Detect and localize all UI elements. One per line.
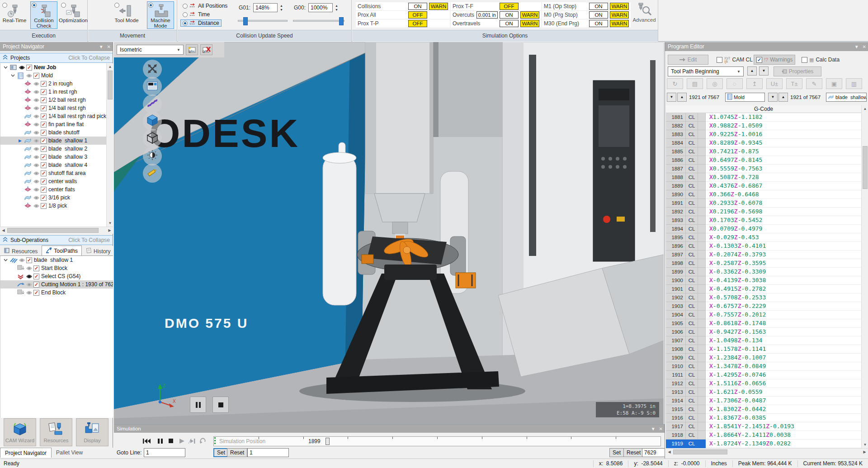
tree-item[interactable]: ✓ center flats	[0, 185, 106, 194]
enabled-checkbox[interactable]: ✓	[41, 154, 47, 160]
enabled-checkbox[interactable]: ✓	[41, 203, 47, 209]
g00-value[interactable]: 1000%	[308, 3, 333, 12]
enabled-checkbox[interactable]: ✓	[41, 89, 47, 95]
enabled-checkbox[interactable]: ✓	[41, 113, 47, 119]
tree-item[interactable]: ✓ 1/2 ball rest rgh	[0, 96, 106, 104]
cus-radio-all-positions[interactable]: All Positions	[180, 2, 230, 9]
find-icon[interactable]: ◌	[726, 78, 743, 89]
gcode-row[interactable]: 1893 CL X0.1703Z-0.5452	[666, 216, 861, 225]
visibility-eye-icon[interactable]	[18, 65, 26, 70]
tree-item[interactable]: ✓ blade shallow 2	[0, 145, 106, 153]
shaded-view-button[interactable]	[143, 112, 162, 131]
tree-item[interactable]: ✓ 2 in rough	[0, 80, 106, 88]
toolpath-selector[interactable]: blade shallow 1	[826, 93, 867, 102]
enabled-checkbox[interactable]: ✓	[41, 105, 47, 111]
gcode-row[interactable]: 1911 CL X-1.4295Z-0.0746	[666, 371, 861, 379]
gcode-row[interactable]: 1886 CL X0.6497Z-0.8145	[666, 156, 861, 165]
fit-view-button[interactable]	[143, 60, 162, 79]
g01-value[interactable]: 148%	[253, 3, 278, 12]
visibility-eye-icon[interactable]	[32, 171, 41, 176]
tab-resources[interactable]: Resources	[0, 246, 42, 255]
tree-item[interactable]: ✓ blade shallow 4	[0, 161, 106, 169]
gcode-row[interactable]: 1892 CL X0.2196Z-0.5698	[666, 208, 861, 216]
radio-button[interactable]	[2, 3, 7, 8]
gcode-row[interactable]: 1884 CL X0.8289Z-0.9345	[666, 139, 861, 147]
gcode-row[interactable]: 1889 CL X0.4376Z-0.6867	[666, 182, 861, 190]
toggle-warn-badge[interactable]: WARN	[610, 20, 629, 27]
enabled-checkbox[interactable]: ✓	[41, 97, 47, 103]
gcode-horizontal-scrollbar[interactable]: ◀▶	[666, 448, 868, 455]
g00-slider[interactable]	[293, 20, 344, 22]
visibility-eye-icon[interactable]	[25, 73, 33, 78]
tree-item[interactable]: ✓ 1 in rest rgh	[0, 88, 106, 96]
move-up-button[interactable]: ▲	[747, 66, 757, 76]
visibility-eye-icon[interactable]	[25, 290, 33, 295]
panel-close-icon[interactable]: ✕	[863, 44, 866, 49]
radio-button[interactable]	[61, 3, 66, 8]
tree-item[interactable]: ✓ Select CS (G54)	[0, 272, 113, 280]
calc-data-checkbox[interactable]: ▦ Calc Data	[802, 55, 840, 65]
visibility-eye-icon[interactable]	[25, 266, 33, 271]
advanced-button[interactable]: Advanced	[632, 2, 657, 29]
visibility-eye-icon[interactable]	[32, 155, 41, 160]
program-prev-button[interactable]: ▼	[667, 93, 676, 102]
visibility-eye-icon[interactable]	[32, 138, 41, 143]
tree-item[interactable]: ✓ blade shallow 1	[0, 256, 113, 264]
delete-view-image-button[interactable]: D	[200, 44, 212, 55]
g00-slider-thumb[interactable]	[339, 17, 344, 25]
gcode-row[interactable]: 1909 CL X-1.2384Z-0.1007	[666, 354, 861, 362]
display-button[interactable]: Display	[76, 418, 108, 446]
gcode-row[interactable]: 1919 CL X-1.8724Y-2.1349Z0.0282	[666, 440, 861, 448]
gcode-row[interactable]: 1897 CL X-0.2074Z-0.3793	[666, 251, 861, 259]
visibility-eye-icon[interactable]	[32, 98, 41, 103]
enabled-checkbox[interactable]: ✓	[41, 146, 47, 152]
measure-button[interactable]	[143, 164, 162, 183]
gcode-row[interactable]: 1901 CL X-0.4915Z-0.2782	[666, 285, 861, 293]
enabled-checkbox[interactable]: ✓	[33, 282, 39, 288]
gcode-row[interactable]: 1913 CL X-1.621Z-0.0559	[666, 388, 861, 397]
gcode-row[interactable]: 1891 CL X0.2933Z-0.6078	[666, 199, 861, 208]
gcode-row[interactable]: 1881 CL X1.0745Z-1.1182	[666, 113, 861, 122]
tree-item[interactable]: ✓ 1/8 pick	[0, 202, 106, 210]
panel-close-icon[interactable]: ✕	[107, 44, 111, 49]
visibility-eye-icon[interactable]	[32, 203, 41, 208]
tab-history[interactable]: History	[82, 246, 114, 255]
program-selector[interactable]: Mold	[725, 93, 765, 102]
radio-button[interactable]	[114, 3, 119, 8]
visibility-eye-icon[interactable]	[32, 81, 41, 86]
gcode-row[interactable]: 1900 CL X-0.4139Z-0.3038	[666, 276, 861, 285]
panel-collapse-icon[interactable]: ▼	[99, 44, 104, 49]
gcode-row[interactable]: 1888 CL X0.5087Z-0.728	[666, 173, 861, 182]
u-adjust-icon[interactable]: U±	[766, 78, 783, 89]
tab-toolpaths[interactable]: ToolPaths	[42, 246, 82, 255]
position-dropdown[interactable]: Tool Path Beginning ▼	[668, 66, 744, 76]
toggle-off-badge[interactable]: OFF	[408, 11, 427, 19]
loop-button[interactable]	[197, 436, 208, 445]
tree-item[interactable]: ✓ fin part line flat	[0, 120, 106, 128]
gcode-row[interactable]: 1903 CL X-0.6757Z-0.2229	[666, 302, 861, 311]
enabled-checkbox[interactable]: ✓	[33, 290, 39, 296]
toggle-warn-badge[interactable]: WARN	[520, 11, 539, 19]
projects-section-header[interactable]: Projects Click To Collapse	[0, 53, 113, 63]
gcode-row[interactable]: 1899 CL X-0.3362Z-0.3309	[666, 268, 861, 276]
enabled-checkbox[interactable]: ✓	[41, 162, 47, 168]
panel-collapse-icon[interactable]: ▼	[651, 426, 656, 431]
tree-item[interactable]: ✓ Start Block	[0, 264, 113, 272]
gcode-row[interactable]: 1890 CL X0.366Z-0.6468	[666, 190, 861, 199]
toggle-on-badge[interactable]: ON	[589, 11, 608, 19]
cus-radio-time[interactable]: Time	[180, 11, 212, 18]
toggle-on-badge[interactable]: ON	[589, 3, 608, 10]
overcuts-tolerance-value[interactable]: 0.001 in	[476, 11, 498, 19]
toggle-warn-badge[interactable]: WARN	[429, 3, 448, 10]
tree-item[interactable]: ✓ End Block	[0, 288, 113, 297]
range-start-reset-button[interactable]: Reset	[227, 448, 247, 457]
projects-vertical-scrollbar[interactable]: ▲▼	[106, 63, 113, 227]
bottom-tab-pallet-view[interactable]: Pallet View	[52, 448, 87, 458]
resources-button[interactable]: Resources	[40, 418, 72, 446]
range-end-set-button[interactable]: Set	[609, 448, 624, 457]
toolpath-prev-button[interactable]: ▼	[768, 93, 778, 102]
toggle-off-badge[interactable]: OFF	[500, 3, 519, 10]
toggle-on-badge[interactable]: ON	[500, 20, 519, 27]
g01-spinner[interactable]: ▲▼	[278, 3, 284, 12]
stop-button[interactable]	[165, 436, 176, 445]
